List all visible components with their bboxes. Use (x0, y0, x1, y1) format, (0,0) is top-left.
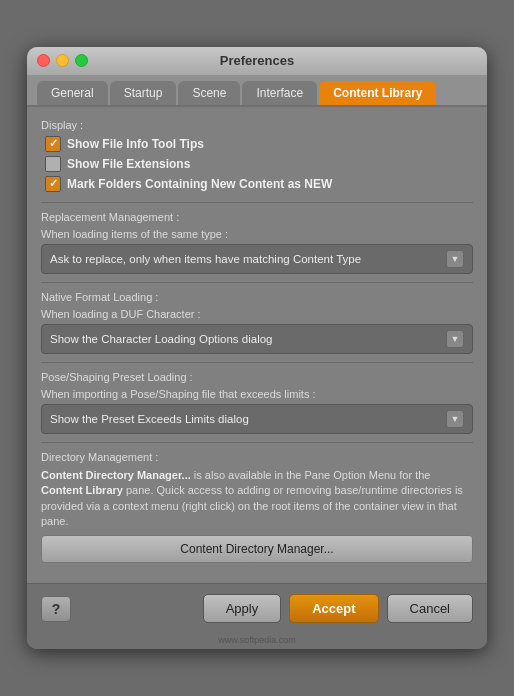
display-label: Display : (41, 119, 473, 131)
pose-dropdown-arrow: ▼ (446, 410, 464, 428)
help-button[interactable]: ? (41, 596, 71, 622)
dir-desc-1: is also available in the Pane Option Men… (194, 469, 431, 481)
tab-startup[interactable]: Startup (110, 81, 177, 105)
replacement-label: Replacement Management : (41, 211, 473, 223)
tab-content-library[interactable]: Content Library (319, 81, 436, 105)
apply-button[interactable]: Apply (203, 594, 282, 623)
dir-mgr-bold: Content Directory Manager... (41, 469, 191, 481)
show-file-info-row: Show File Info Tool Tips (41, 136, 473, 152)
native-dropdown-text: Show the Character Loading Options dialo… (50, 333, 446, 345)
accept-button[interactable]: Accept (289, 594, 378, 623)
maximize-button[interactable] (75, 54, 88, 67)
replacement-dropdown-arrow: ▼ (446, 250, 464, 268)
tab-interface[interactable]: Interface (242, 81, 317, 105)
native-label: Native Format Loading : (41, 291, 473, 303)
replacement-sublabel: When loading items of the same type : (41, 228, 473, 240)
help-icon: ? (52, 601, 61, 617)
watermark: www.softpedia.com (27, 633, 487, 649)
native-dropdown[interactable]: Show the Character Loading Options dialo… (41, 324, 473, 354)
directory-description: Content Directory Manager... is also ava… (41, 468, 473, 530)
pose-section: Pose/Shaping Preset Loading : When impor… (41, 362, 473, 434)
content-library-bold: Content Library (41, 484, 123, 496)
show-file-ext-checkbox[interactable] (45, 156, 61, 172)
replacement-section: Replacement Management : When loading it… (41, 202, 473, 274)
directory-label: Directory Management : (41, 451, 473, 463)
traffic-lights (37, 54, 88, 67)
pose-label: Pose/Shaping Preset Loading : (41, 371, 473, 383)
window-title: Preferences (220, 53, 294, 68)
tab-scene[interactable]: Scene (178, 81, 240, 105)
show-file-info-checkbox[interactable] (45, 136, 61, 152)
content-area: Display : Show File Info Tool Tips Show … (27, 107, 487, 584)
title-bar: Preferences (27, 47, 487, 75)
replacement-dropdown-text: Ask to replace, only when items have mat… (50, 253, 446, 265)
minimize-button[interactable] (56, 54, 69, 67)
tab-bar: General Startup Scene Interface Content … (27, 75, 487, 107)
pose-dropdown[interactable]: Show the Preset Exceeds Limits dialog ▼ (41, 404, 473, 434)
close-button[interactable] (37, 54, 50, 67)
native-sublabel: When loading a DUF Character : (41, 308, 473, 320)
show-file-ext-label: Show File Extensions (67, 157, 190, 171)
directory-section: Directory Management : Content Directory… (41, 442, 473, 564)
mark-folders-row: Mark Folders Containing New Content as N… (41, 176, 473, 192)
pose-sublabel: When importing a Pose/Shaping file that … (41, 388, 473, 400)
pose-dropdown-text: Show the Preset Exceeds Limits dialog (50, 413, 446, 425)
show-file-info-label: Show File Info Tool Tips (67, 137, 204, 151)
native-dropdown-arrow: ▼ (446, 330, 464, 348)
mark-folders-checkbox[interactable] (45, 176, 61, 192)
mark-folders-label: Mark Folders Containing New Content as N… (67, 177, 332, 191)
tab-general[interactable]: General (37, 81, 108, 105)
content-directory-manager-button[interactable]: Content Directory Manager... (41, 535, 473, 563)
footer-buttons: Apply Accept Cancel (203, 594, 473, 623)
preferences-window: Preferences General Startup Scene Interf… (27, 47, 487, 650)
display-section: Display : Show File Info Tool Tips Show … (41, 119, 473, 192)
footer: ? Apply Accept Cancel (27, 583, 487, 633)
replacement-dropdown[interactable]: Ask to replace, only when items have mat… (41, 244, 473, 274)
native-section: Native Format Loading : When loading a D… (41, 282, 473, 354)
cancel-button[interactable]: Cancel (387, 594, 473, 623)
show-file-ext-row: Show File Extensions (41, 156, 473, 172)
